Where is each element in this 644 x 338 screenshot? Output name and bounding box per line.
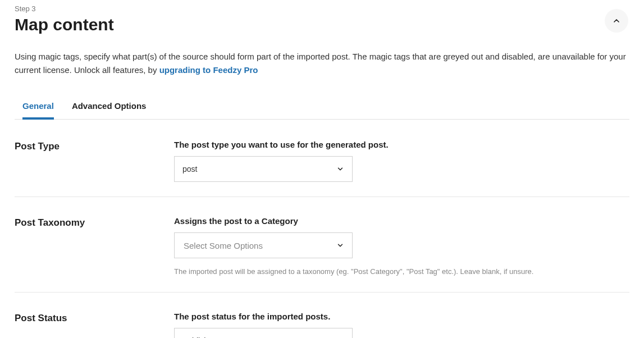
post-taxonomy-description: Assigns the post to a Category: [174, 216, 629, 226]
post-status-value: Publish: [182, 336, 208, 339]
post-status-label: Post Status: [15, 312, 174, 324]
post-type-value: post: [182, 165, 197, 173]
post-taxonomy-label: Post Taxonomy: [15, 216, 174, 229]
post-type-description: The post type you want to use for the ge…: [174, 140, 629, 149]
collapse-button[interactable]: [605, 9, 628, 33]
upgrade-link[interactable]: upgrading to Feedzy Pro: [159, 65, 258, 75]
tab-general[interactable]: General: [22, 94, 54, 120]
post-type-label: Post Type: [15, 140, 174, 152]
post-status-description: The post status for the imported posts.: [174, 312, 629, 321]
post-taxonomy-select[interactable]: Select Some Options: [174, 232, 353, 258]
page-title: Map content: [15, 15, 629, 34]
chevron-down-icon: [336, 241, 344, 249]
field-post-type: Post Type The post type you want to use …: [15, 133, 629, 197]
post-type-select[interactable]: post: [174, 156, 353, 182]
tab-advanced-options[interactable]: Advanced Options: [72, 94, 147, 120]
field-post-status: Post Status The post status for the impo…: [15, 305, 629, 339]
post-status-select[interactable]: Publish: [174, 328, 353, 339]
chevron-up-icon: [612, 16, 621, 25]
post-taxonomy-hint: The imported post will be assigned to a …: [174, 266, 629, 277]
description: Using magic tags, specify what part(s) o…: [15, 50, 629, 77]
post-taxonomy-placeholder: Select Some Options: [184, 241, 263, 250]
step-label: Step 3: [15, 4, 629, 13]
chevron-down-icon: [336, 165, 344, 173]
field-post-taxonomy: Post Taxonomy Assigns the post to a Cate…: [15, 209, 629, 293]
description-text: Using magic tags, specify what part(s) o…: [15, 52, 626, 75]
tabs: General Advanced Options: [15, 94, 629, 120]
